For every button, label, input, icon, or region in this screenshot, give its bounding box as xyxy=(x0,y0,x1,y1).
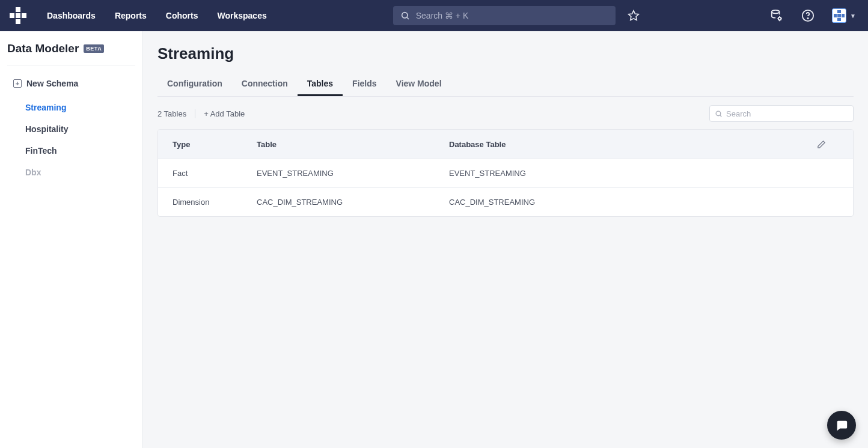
svg-point-3 xyxy=(772,10,780,14)
main-content: Streaming Configuration Connection Table… xyxy=(143,31,868,448)
cell-db-table: EVENT_STREAMING xyxy=(435,169,817,178)
nav-dashboards[interactable]: Dashboards xyxy=(47,11,96,20)
svg-point-0 xyxy=(402,13,407,18)
table-search-input[interactable] xyxy=(726,109,848,118)
col-table: Table xyxy=(242,140,435,149)
sidebar-item-streaming[interactable]: Streaming xyxy=(7,97,135,118)
brand-logo[interactable] xyxy=(10,7,26,24)
tab-view-model[interactable]: View Model xyxy=(387,71,451,96)
svg-point-7 xyxy=(716,111,721,116)
global-search-input[interactable] xyxy=(416,11,608,20)
nav-links: Dashboards Reports Cohorts Workspaces xyxy=(47,11,267,20)
database-settings-icon[interactable] xyxy=(769,8,784,23)
schema-list: Streaming Hospitality FinTech Dbx xyxy=(7,97,135,183)
svg-marker-2 xyxy=(628,11,638,20)
chat-icon xyxy=(835,419,848,432)
svg-point-6 xyxy=(807,18,808,19)
new-schema-button[interactable]: + New Schema xyxy=(7,74,135,93)
sidebar-title: Data Modeler BETA xyxy=(7,42,135,65)
table-row[interactable]: Dimension CAC_DIM_STREAMING CAC_DIM_STRE… xyxy=(158,187,853,216)
cell-db-table: CAC_DIM_STREAMING xyxy=(435,198,817,207)
cell-table: EVENT_STREAMING xyxy=(242,169,435,178)
tab-configuration[interactable]: Configuration xyxy=(157,71,232,96)
tables-subbar: 2 Tables + Add Table xyxy=(157,97,854,129)
tables-table: Type Table Database Table Fact EVENT_STR… xyxy=(157,129,854,217)
chevron-down-icon: ▼ xyxy=(850,13,856,19)
top-nav: Dashboards Reports Cohorts Workspaces ▼ xyxy=(0,0,868,31)
sidebar-item-fintech[interactable]: FinTech xyxy=(7,140,135,162)
table-count: 2 Tables xyxy=(157,109,195,118)
new-schema-label: New Schema xyxy=(26,79,78,88)
nav-cohorts[interactable]: Cohorts xyxy=(166,11,198,20)
global-search[interactable] xyxy=(393,6,616,25)
cell-type: Dimension xyxy=(158,198,242,207)
cell-table: CAC_DIM_STREAMING xyxy=(242,198,435,207)
tab-fields[interactable]: Fields xyxy=(343,71,386,96)
user-avatar-icon xyxy=(832,8,846,23)
beta-badge: BETA xyxy=(84,44,104,53)
edit-columns-icon[interactable] xyxy=(817,140,839,149)
sidebar-title-text: Data Modeler xyxy=(7,42,79,55)
table-row[interactable]: Fact EVENT_STREAMING EVENT_STREAMING xyxy=(158,159,853,187)
page-title: Streaming xyxy=(157,44,854,63)
add-table-button[interactable]: + Add Table xyxy=(204,109,245,118)
sidebar-item-hospitality[interactable]: Hospitality xyxy=(7,118,135,140)
col-db-table: Database Table xyxy=(435,140,817,149)
plus-icon: + xyxy=(13,79,22,88)
col-type: Type xyxy=(158,140,242,149)
svg-line-1 xyxy=(407,17,409,19)
top-right-icons: ▼ xyxy=(769,8,856,23)
chat-fab[interactable] xyxy=(827,411,856,440)
tabs: Configuration Connection Tables Fields V… xyxy=(157,71,854,97)
tab-tables[interactable]: Tables xyxy=(298,71,343,96)
nav-reports[interactable]: Reports xyxy=(115,11,147,20)
search-icon xyxy=(400,11,410,20)
table-header-row: Type Table Database Table xyxy=(158,130,853,159)
sidebar: Data Modeler BETA + New Schema Streaming… xyxy=(0,31,143,448)
star-icon[interactable] xyxy=(626,8,641,23)
tab-connection[interactable]: Connection xyxy=(232,71,298,96)
sidebar-item-dbx[interactable]: Dbx xyxy=(7,162,135,183)
svg-line-8 xyxy=(720,115,721,116)
nav-workspaces[interactable]: Workspaces xyxy=(218,11,267,20)
help-icon[interactable] xyxy=(801,8,815,23)
search-icon xyxy=(715,110,723,118)
user-menu[interactable]: ▼ xyxy=(832,8,856,23)
cell-type: Fact xyxy=(158,169,242,178)
table-search[interactable] xyxy=(709,105,854,122)
